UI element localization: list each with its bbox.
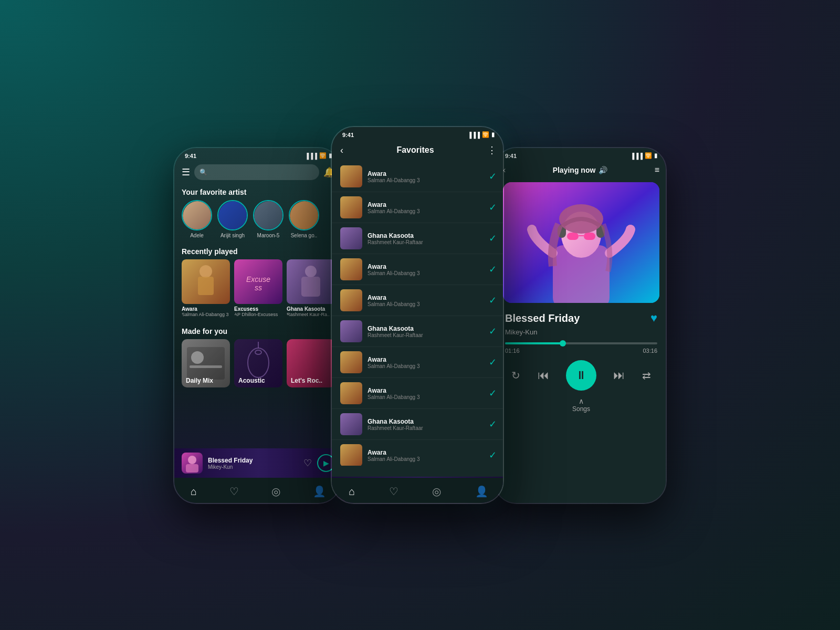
p3-repeat-btn[interactable]: ↻ xyxy=(511,369,520,382)
p3-progress-wrap[interactable] xyxy=(495,340,667,345)
time-1: 9:41 xyxy=(185,153,196,159)
battery-icon-3: ▮ xyxy=(654,152,657,159)
svg-point-5 xyxy=(191,351,204,364)
fav-item-3[interactable]: Ghana Kasoota Rashmeet Kaur-Raftaar ✓ xyxy=(332,223,504,254)
recent-awara[interactable]: Awara Salman Ali-Dabangg 3 xyxy=(182,259,230,317)
fav-item-1[interactable]: Awara Salman Ali-Dabangg 3 ✓ xyxy=(332,161,504,192)
p3-like-btn[interactable]: ♥ xyxy=(650,311,657,325)
fav-item-10[interactable]: Awara Salman Ali-Dabangg 3 ✓ xyxy=(332,440,504,466)
signal-icon-2: ▐▐▐ xyxy=(468,132,480,138)
recent-ghana-title: Ghana Kasoota xyxy=(287,306,335,312)
p3-progress-bar[interactable] xyxy=(505,342,657,344)
fav-check-1: ✓ xyxy=(489,171,497,182)
fav-item-6[interactable]: Ghana Kasoota Rashmeet Kaur-Raftaar ✓ xyxy=(332,316,504,347)
p3-header: ‹ Playing now 🔊 ≡ xyxy=(495,161,667,179)
signal-icon-3: ▐▐▐ xyxy=(631,153,643,159)
fav-info-1: Awara Salman Ali-Dabangg 3 xyxy=(368,170,484,183)
search-bar[interactable]: 🔍 xyxy=(194,164,319,180)
fav-info-6: Ghana Kasoota Rashmeet Kaur-Raftaar xyxy=(368,325,484,338)
fav-info-10: Awara Salman Ali-Dabangg 3 xyxy=(368,449,484,462)
p2-nav-library[interactable]: ◎ xyxy=(432,485,441,498)
fav-title-7: Awara xyxy=(368,356,484,363)
made-acoustic[interactable]: Acoustic xyxy=(234,339,282,387)
p2-more-btn[interactable]: ⋮ xyxy=(487,144,497,156)
fav-title-5: Awara xyxy=(368,294,484,301)
p3-speaker-icon: 🔊 xyxy=(598,166,607,174)
nav-favorites[interactable]: ♡ xyxy=(229,485,239,498)
fav-sub-2: Salman Ali-Dabangg 3 xyxy=(368,208,484,214)
p3-songs-text: Songs xyxy=(572,405,590,413)
p3-pause-btn[interactable]: ⏸ xyxy=(566,360,596,391)
p1-mini-heart-btn[interactable]: ♡ xyxy=(303,457,312,469)
status-icons-3: ▐▐▐ 🛜 ▮ xyxy=(631,152,657,159)
fav-info-4: Awara Salman Ali-Dabangg 3 xyxy=(368,263,484,276)
svg-point-10 xyxy=(188,456,196,464)
p2-nav-favorites[interactable]: ♡ xyxy=(389,485,398,498)
artist-arijit-name: Arijit singh xyxy=(220,233,245,238)
p3-queue-icon[interactable]: ≡ xyxy=(655,165,659,175)
artist-selena[interactable]: Selena go.. xyxy=(289,200,319,238)
recent-awara-title: Awara xyxy=(182,306,230,312)
nav-library[interactable]: ◎ xyxy=(271,485,280,498)
fav-info-3: Ghana Kasoota Rashmeet Kaur-Raftaar xyxy=(368,232,484,245)
fav-check-10: ✓ xyxy=(489,449,497,461)
made-for-you-title: Made for you xyxy=(182,327,227,335)
search-input[interactable] xyxy=(211,169,314,176)
p2-nav-profile[interactable]: 👤 xyxy=(475,485,488,498)
p1-mini-artist: Mikey-Kun xyxy=(208,464,298,470)
p3-songs-label[interactable]: ∧ Songs xyxy=(495,393,667,415)
fav-info-2: Awara Salman Ali-Dabangg 3 xyxy=(368,201,484,214)
fav-item-9[interactable]: Ghana Kasoota Rashmeet Kaur-Raftaar ✓ xyxy=(332,409,504,440)
recently-played-row: Awara Salman Ali-Dabangg 3 Excusess Excu… xyxy=(174,259,341,322)
p2-back-btn[interactable]: ‹ xyxy=(340,145,343,156)
p3-shuffle-btn[interactable]: ⇄ xyxy=(642,369,651,382)
fav-sub-9: Rashmeet Kaur-Raftaar xyxy=(368,425,484,431)
artist-maroon[interactable]: Maroon-5 xyxy=(253,200,284,238)
fav-title-4: Awara xyxy=(368,263,484,270)
fav-info-5: Awara Salman Ali-Dabangg 3 xyxy=(368,294,484,307)
p3-song-title: Blessed Friday xyxy=(505,312,580,324)
p1-mini-player[interactable]: Blessed Friday Mikey-Kun ♡ ▶ xyxy=(174,448,341,478)
fav-thumb-2 xyxy=(340,196,362,218)
fav-item-2[interactable]: Awara Salman Ali-Dabangg 3 ✓ xyxy=(332,192,504,223)
fav-check-7: ✓ xyxy=(489,356,497,368)
fav-item-4[interactable]: Awara Salman Ali-Dabangg 3 ✓ xyxy=(332,254,504,285)
p3-next-btn[interactable]: ⏭ xyxy=(613,369,625,382)
p3-playing-label: Playing now xyxy=(553,166,596,174)
recent-excusess[interactable]: Excusess Excusess AP Dhillon-Excusess xyxy=(234,259,282,317)
made-rock[interactable]: Let's Roc.. xyxy=(287,339,335,387)
svg-point-0 xyxy=(200,265,212,278)
fav-item-8[interactable]: Awara Salman Ali-Dabangg 3 ✓ xyxy=(332,378,504,409)
artist-adele[interactable]: Adele xyxy=(182,200,212,238)
fav-thumb-5 xyxy=(340,289,362,311)
made-for-you-row: Daily Mix Acoustic Let's Roc.. xyxy=(174,339,341,387)
fav-sub-10: Salman Ali-Dabangg 3 xyxy=(368,456,484,462)
svg-point-7 xyxy=(248,348,269,377)
p3-current-time: 01:16 xyxy=(505,348,520,354)
p2-title: Favorites xyxy=(396,145,434,155)
fav-check-2: ✓ xyxy=(489,202,497,213)
favorite-artist-header: Your favorite artist › xyxy=(174,183,341,200)
fav-item-7[interactable]: Awara Salman Ali-Dabangg 3 ✓ xyxy=(332,347,504,378)
svg-rect-1 xyxy=(198,277,214,295)
fav-sub-6: Rashmeet Kaur-Raftaar xyxy=(368,332,484,338)
svg-rect-11 xyxy=(186,464,198,472)
recent-ghana[interactable]: Ghana Kasoota Rashmeet Kaur-Ra.. xyxy=(287,259,335,317)
p3-song-info: Blessed Friday ♥ xyxy=(495,306,667,328)
made-for-you-header: Made for you › xyxy=(174,322,341,339)
p2-nav-home[interactable]: ⌂ xyxy=(349,486,355,498)
p3-prev-btn[interactable]: ⏮ xyxy=(538,369,549,382)
signal-icon-1: ▐▐▐ xyxy=(305,153,317,159)
fav-thumb-9 xyxy=(340,413,362,435)
made-daily-mix[interactable]: Daily Mix xyxy=(182,339,230,387)
battery-icon-2: ▮ xyxy=(491,131,495,138)
nav-profile[interactable]: 👤 xyxy=(313,485,326,498)
nav-home[interactable]: ⌂ xyxy=(191,486,197,498)
fav-item-5[interactable]: Awara Salman Ali-Dabangg 3 ✓ xyxy=(332,285,504,316)
time-3: 9:41 xyxy=(505,153,517,159)
artist-selena-name: Selena go.. xyxy=(291,233,318,238)
menu-icon[interactable]: ☰ xyxy=(182,166,190,178)
fav-check-9: ✓ xyxy=(489,418,497,430)
artist-arijit[interactable]: Arijit singh xyxy=(217,200,248,238)
recent-ghana-sub: Rashmeet Kaur-Ra.. xyxy=(287,312,335,317)
